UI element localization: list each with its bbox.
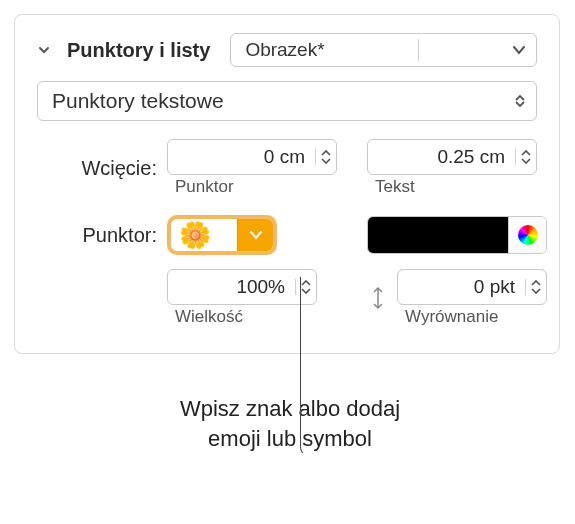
bullet-character-select[interactable]: 🌼 <box>167 215 277 255</box>
align-value: 0 pkt <box>408 276 519 298</box>
size-field[interactable]: 100% <box>167 269 317 305</box>
bullet-label: Punktor: <box>37 224 167 247</box>
indent-punktor-field[interactable]: 0 cm <box>167 139 337 175</box>
size-cell: 100% Wielkość <box>167 269 367 327</box>
divider <box>418 39 419 61</box>
bullets-lists-panel: Punktory i listy Obrazek* Punktory tekst… <box>14 14 560 354</box>
align-sublabel: Wyrównanie <box>397 307 498 327</box>
color-wheel-icon <box>518 225 538 245</box>
bullet-color-control[interactable] <box>367 216 547 254</box>
indent-tekst-value: 0.25 cm <box>378 146 509 168</box>
indent-tekst-cell: 0.25 cm Tekst <box>367 139 567 197</box>
up-down-icon <box>514 94 526 108</box>
indent-label: Wcięcie: <box>37 157 167 180</box>
size-align-grid: 100% Wielkość 0 pkt <box>37 269 537 327</box>
indent-punktor-sublabel: Punktor <box>167 177 234 197</box>
indent-tekst-field[interactable]: 0.25 cm <box>367 139 537 175</box>
list-type-row: Punktory tekstowe <box>37 81 537 121</box>
bullets-style-value: Obrazek* <box>245 39 324 61</box>
chevron-down-icon <box>512 45 526 55</box>
bullet-dropdown-button[interactable] <box>237 219 273 251</box>
caption-text: Wpisz znak albo dodaj emoji lub symbol <box>140 394 440 453</box>
section-title: Punktory i listy <box>67 39 210 62</box>
color-swatch[interactable] <box>368 217 508 253</box>
caption-line1: Wpisz znak albo dodaj <box>180 396 400 421</box>
bullet-emoji: 🌼 <box>171 220 237 251</box>
section-header-row: Punktory i listy Obrazek* <box>37 33 537 67</box>
size-value: 100% <box>178 276 289 298</box>
indent-punktor-value: 0 cm <box>178 146 309 168</box>
vertical-align-icon <box>367 284 397 312</box>
size-sublabel: Wielkość <box>167 307 243 327</box>
stepper-icon[interactable] <box>515 149 532 165</box>
indent-punktor-cell: 0 cm Punktor <box>167 139 367 197</box>
caption-line2: emoji lub symbol <box>208 426 372 451</box>
bullets-style-select[interactable]: Obrazek* <box>230 33 537 67</box>
stepper-icon[interactable] <box>525 279 542 295</box>
stepper-icon[interactable] <box>315 149 332 165</box>
indent-grid: Wcięcie: 0 cm Punktor 0.25 cm Tekst <box>37 139 537 255</box>
list-type-select[interactable]: Punktory tekstowe <box>37 81 537 121</box>
indent-tekst-sublabel: Tekst <box>367 177 415 197</box>
disclosure-chevron-icon[interactable] <box>37 43 51 57</box>
list-type-value: Punktory tekstowe <box>52 89 224 113</box>
align-cell: 0 pkt Wyrównanie <box>397 269 567 327</box>
color-wheel-button[interactable] <box>508 217 546 253</box>
stepper-icon[interactable] <box>295 279 312 295</box>
align-field[interactable]: 0 pkt <box>397 269 547 305</box>
